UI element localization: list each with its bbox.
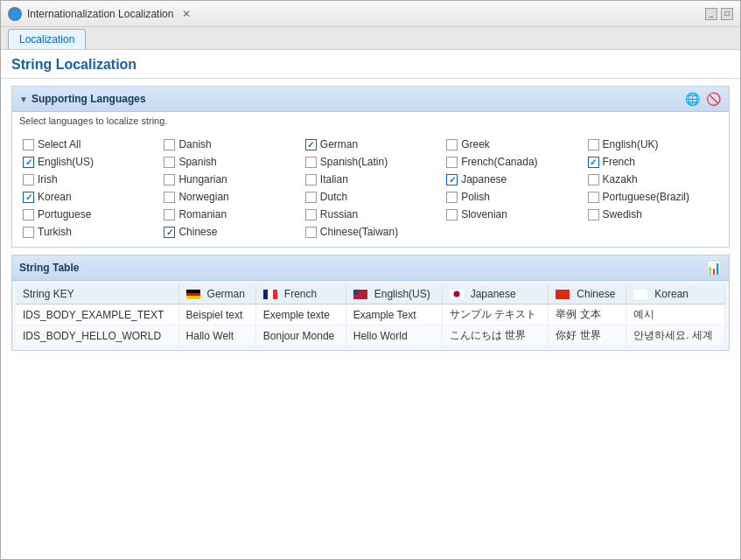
lang-label-slovenian: Slovenian [461, 208, 507, 220]
string-table-title: String Table [19, 262, 79, 274]
table-row: IDS_BODY_HELLO_WORLDHallo WeltBonjour Mo… [16, 326, 725, 346]
flag-us [353, 290, 367, 299]
cell-chinese: 你好 世界 [549, 326, 626, 346]
supporting-languages-header: ▼ Supporting Languages 🌐 🚫 [12, 87, 729, 112]
checkbox-korean[interactable] [23, 192, 34, 203]
content-area: ▼ Supporting Languages 🌐 🚫 Select langua… [1, 79, 740, 559]
checkbox-norwegian[interactable] [164, 192, 175, 203]
lang-item-kazakh: Kazakh [584, 172, 722, 187]
checkbox-italian[interactable] [305, 174, 317, 186]
section-header-left: ▼ Supporting Languages [19, 93, 146, 105]
lang-label-spanish: Spanish [178, 156, 216, 168]
checkbox-kazakh[interactable] [588, 174, 599, 186]
col-label-korean: Korean [654, 288, 689, 300]
lang-item-spanish: Spanish [160, 154, 297, 170]
col-header-german: German [178, 284, 255, 304]
section-body: Select languages to localize string. Sel… [12, 112, 729, 247]
lang-item-norwegian: Norwegian [160, 189, 297, 205]
maximize-button[interactable]: □ [721, 8, 733, 20]
col-header-chinese: Chinese [549, 284, 626, 304]
lang-label-romanian: Romanian [178, 208, 227, 220]
checkbox-irish[interactable] [23, 174, 34, 186]
checkbox-french[interactable] [588, 157, 599, 168]
checkbox-polish[interactable] [446, 192, 458, 203]
lang-item-korean: Korean [19, 189, 157, 205]
checkbox-greek[interactable] [446, 139, 458, 150]
lang-item-slovenian: Slovenian [443, 206, 580, 222]
lang-item-english_us: English(US) [19, 154, 157, 170]
checkbox-swedish[interactable] [588, 209, 599, 220]
supporting-languages-section: ▼ Supporting Languages 🌐 🚫 Select langua… [11, 86, 730, 248]
lang-label-russian: Russian [320, 208, 358, 220]
checkbox-chinese_taiwan[interactable] [305, 227, 317, 238]
lang-item-italian: Italian [302, 172, 439, 187]
lang-item-chinese: Chinese [160, 224, 297, 240]
checkbox-turkish[interactable] [23, 227, 34, 238]
table-row: IDS_BODY_EXAMPLE_TEXTBeispiel textExempl… [16, 304, 725, 326]
checkbox-german[interactable] [305, 139, 317, 150]
lang-label-greek: Greek [461, 138, 490, 150]
checkbox-english_uk[interactable] [588, 139, 599, 150]
lang-item-swedish: Swedish [584, 206, 722, 222]
lang-label-korean: Korean [38, 191, 72, 203]
flag-kr [633, 290, 647, 299]
remove-language-button[interactable]: 🚫 [704, 90, 722, 108]
section-header-icons: 🌐 🚫 [683, 90, 722, 108]
cell-english_us: Example Text [346, 304, 442, 326]
cell-korean: 안녕하세요. 세계 [626, 326, 725, 346]
col-label-french: French [284, 288, 317, 300]
checkbox-english_us[interactable] [23, 157, 34, 168]
collapse-chevron[interactable]: ▼ [19, 94, 28, 104]
col-header-english_us: English(US) [346, 284, 442, 304]
checkbox-romanian[interactable] [164, 209, 175, 220]
checkbox-russian[interactable] [305, 209, 317, 220]
checkbox-slovenian[interactable] [446, 209, 458, 220]
window-controls: _ □ [705, 8, 733, 20]
cell-english_us: Hello World [346, 326, 442, 346]
lang-item-russian: Russian [302, 206, 439, 222]
cell-german: Beispiel text [178, 304, 255, 326]
flag-cn [556, 290, 570, 299]
lang-label-english_uk: English(UK) [603, 138, 659, 150]
flag-jp [450, 290, 464, 299]
checkbox-french_canada[interactable] [446, 157, 458, 168]
lang-label-japanese: Japanese [461, 173, 507, 186]
tab-bar: Localization [1, 27, 740, 50]
add-language-button[interactable]: 🌐 [683, 90, 701, 108]
col-label-german: German [207, 288, 245, 300]
string-table-icon-button[interactable]: 📊 [704, 259, 722, 276]
cell-german: Hallo Welt [178, 326, 255, 346]
window-title: Internationalization Localization [27, 8, 173, 20]
lang-label-german: German [320, 138, 358, 150]
localization-tab[interactable]: Localization [8, 29, 86, 49]
page-title: String Localization [1, 50, 740, 79]
checkbox-spanish_latin[interactable] [305, 157, 317, 168]
checkbox-portuguese_brazil[interactable] [588, 192, 599, 203]
cell-key: IDS_BODY_HELLO_WORLD [16, 326, 178, 346]
string-table: String KEYGermanFrenchEnglish(US)Japanes… [16, 284, 725, 346]
checkbox-portuguese[interactable] [23, 209, 34, 220]
lang-label-hungarian: Hungarian [178, 173, 227, 186]
checkbox-japanese[interactable] [446, 174, 458, 186]
cell-key: IDS_BODY_EXAMPLE_TEXT [16, 304, 178, 326]
checkbox-hungarian[interactable] [164, 174, 175, 186]
lang-item-french: French [584, 154, 722, 170]
lang-item-hungarian: Hungarian [160, 172, 297, 187]
lang-label-italian: Italian [320, 173, 348, 186]
lang-item-danish: Danish [160, 136, 297, 152]
col-label-english_us: English(US) [374, 288, 430, 300]
cell-japanese: サンプル テキスト [442, 304, 549, 326]
title-bar-left: 🌐 Internationalization Localization ✕ [8, 7, 194, 21]
lang-label-portuguese_brazil: Portuguese(Brazil) [603, 191, 689, 203]
lang-label-french: French [603, 156, 635, 168]
checkbox-select_all[interactable] [23, 139, 34, 150]
tab-close-button[interactable]: ✕ [178, 8, 194, 20]
checkbox-chinese[interactable] [164, 227, 175, 238]
app-icon: 🌐 [8, 7, 22, 21]
lang-item-irish: Irish [19, 172, 157, 187]
checkbox-spanish[interactable] [164, 157, 175, 168]
lang-label-select_all: Select All [38, 138, 80, 150]
checkbox-danish[interactable] [164, 139, 175, 150]
minimize-button[interactable]: _ [705, 8, 717, 20]
checkbox-dutch[interactable] [305, 192, 317, 203]
